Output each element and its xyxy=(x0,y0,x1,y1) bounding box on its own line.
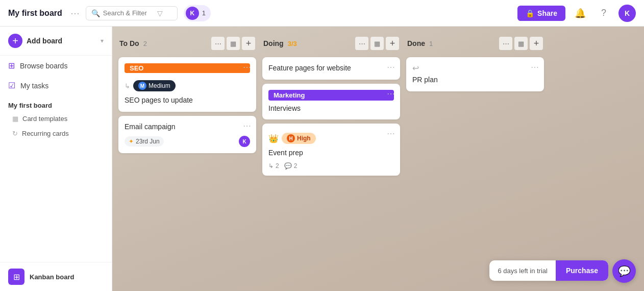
column-count-doing: 3/3 xyxy=(288,40,297,47)
m-dot: M xyxy=(138,82,146,90)
board-area: To Do 2 ⋯ ▦ + SEO ↳ M Medium xyxy=(112,27,644,291)
chat-bubble-button[interactable]: 💬 xyxy=(612,259,636,283)
trial-bar: 6 days left in trial Purchase xyxy=(489,260,608,281)
user-avatar-badge[interactable]: K 1 xyxy=(184,5,211,21)
card-tag-seo: SEO xyxy=(125,63,250,73)
card-menu-pr[interactable]: ⋯ xyxy=(531,62,539,72)
app-header: My first board ⋯ 🔍 ▽ K 1 🔒 Share 🔔 ? K xyxy=(0,0,644,27)
column-add-doing[interactable]: + xyxy=(386,37,399,50)
sidebar-item-recurring-cards[interactable]: ↻ Recurring cards xyxy=(0,126,112,141)
board-title: My first board xyxy=(8,9,62,18)
card-menu-seo[interactable]: ⋯ xyxy=(243,62,251,72)
board-columns: To Do 2 ⋯ ▦ + SEO ↳ M Medium xyxy=(112,27,644,291)
trial-text: 6 days left in trial xyxy=(489,261,556,281)
column-header-done: Done 1 ⋯ ▦ + xyxy=(406,35,544,52)
column-header-todo: To Do 2 ⋯ ▦ + xyxy=(118,35,256,52)
card-body-pr: PR plan xyxy=(412,75,538,85)
date-text: 23rd Jun xyxy=(136,138,160,145)
crown-icon: 👑 xyxy=(268,134,279,143)
card-marketing: Marketing Interviews ⋯ xyxy=(262,84,400,120)
card-menu-email[interactable]: ⋯ xyxy=(243,121,251,131)
card-body-marketing: Interviews xyxy=(268,104,394,114)
column-title-todo: To Do xyxy=(119,39,139,47)
date-badge: ✦ 23rd Jun xyxy=(125,136,164,147)
card-body-email: Email campaign xyxy=(125,122,250,132)
current-user-avatar[interactable]: K xyxy=(618,5,636,22)
column-icons-done: ⋯ ▦ + xyxy=(499,37,543,50)
column-add-todo[interactable]: + xyxy=(242,37,255,50)
subtask-count-text: 2 xyxy=(276,162,279,169)
card-event: 👑 H High Event prep ↳ 2 💬 xyxy=(262,124,400,176)
subtask-count: ↳ 2 xyxy=(268,162,279,169)
column-add-done[interactable]: + xyxy=(530,37,543,50)
card-body-event: Event prep xyxy=(268,148,394,158)
add-board-label: Add board xyxy=(27,37,62,45)
main-layout: + Add board ▾ ⊞ Browse boards ☑ My tasks… xyxy=(0,27,644,291)
user-count: 1 xyxy=(202,9,206,17)
column-title-done: Done xyxy=(407,39,425,47)
subtask-icon: ↳ xyxy=(125,82,130,90)
card-body-seo: SEO pages to update xyxy=(125,95,250,106)
sidebar-item-card-templates[interactable]: ▦ Card templates xyxy=(0,111,112,126)
column-done: Done 1 ⋯ ▦ + ↩ PR plan ⋯ xyxy=(406,35,544,283)
column-view-done[interactable]: ▦ xyxy=(514,37,528,50)
column-view-doing[interactable]: ▦ xyxy=(370,37,384,50)
kanban-board-item[interactable]: ⊞ Kanban board xyxy=(0,262,112,291)
lock-icon: 🔒 xyxy=(526,9,534,17)
share-button[interactable]: 🔒 Share xyxy=(517,6,565,21)
card-tag-marketing: Marketing xyxy=(268,90,394,101)
column-view-todo[interactable]: ▦ xyxy=(227,37,240,50)
add-board-button[interactable]: + Add board ▾ xyxy=(0,27,112,56)
card-menu-marketing[interactable]: ⋯ xyxy=(387,89,395,99)
column-header-doing: Doing 3/3 ⋯ ▦ + xyxy=(262,35,400,52)
card-templates-icon: ▦ xyxy=(12,115,18,123)
tasks-icon: ☑ xyxy=(8,81,15,90)
sidebar-section-title: My first board xyxy=(0,95,112,111)
column-options-done[interactable]: ⋯ xyxy=(499,37,512,50)
browse-boards-icon: ⊞ xyxy=(8,61,15,70)
notifications-button[interactable]: 🔔 xyxy=(572,5,589,22)
card-email: Email campaign ✦ 23rd Jun K ⋯ xyxy=(118,116,256,154)
badge-medium: M Medium xyxy=(133,80,176,91)
card-badges-event: 👑 H High xyxy=(268,133,394,144)
share-label: Share xyxy=(537,9,557,17)
column-options-todo[interactable]: ⋯ xyxy=(211,37,225,50)
sidebar-item-my-tasks[interactable]: ☑ My tasks xyxy=(0,76,112,95)
kanban-board-label: Kanban board xyxy=(30,273,74,281)
chat-icon: 💬 xyxy=(618,265,631,277)
purchase-button[interactable]: Purchase xyxy=(556,260,608,281)
kanban-icon: ⊞ xyxy=(8,269,24,285)
browse-boards-label: Browse boards xyxy=(20,62,67,70)
card-menu-feature[interactable]: ⋯ xyxy=(387,62,395,72)
h-dot: H xyxy=(287,134,295,142)
add-icon: + xyxy=(8,34,22,48)
recurring-cards-label: Recurring cards xyxy=(22,130,69,137)
card-menu-event[interactable]: ⋯ xyxy=(387,129,395,138)
search-icon: 🔍 xyxy=(91,9,100,17)
filter-icon[interactable]: ▽ xyxy=(157,9,163,17)
search-input[interactable] xyxy=(103,9,154,17)
card-meta-event: ↳ 2 💬 2 xyxy=(268,162,394,169)
comment-count-text: 2 xyxy=(294,162,298,169)
column-icons-todo: ⋯ ▦ + xyxy=(211,37,255,50)
recurring-cards-icon: ↻ xyxy=(12,130,18,137)
card-body-feature: Feature pages for website xyxy=(268,63,394,74)
column-title-doing: Doing xyxy=(263,39,284,47)
column-icons-doing: ⋯ ▦ + xyxy=(355,37,399,50)
help-button[interactable]: ? xyxy=(595,5,612,22)
search-bar[interactable]: 🔍 ▽ xyxy=(86,6,178,20)
user-avatar: K xyxy=(186,7,199,20)
card-feature: Feature pages for website ⋯ xyxy=(262,57,400,80)
chevron-down-icon: ▾ xyxy=(101,37,104,44)
column-count-todo: 2 xyxy=(143,40,147,47)
badge-high: H High xyxy=(282,133,316,144)
header-more-icon[interactable]: ⋯ xyxy=(70,8,80,19)
comment-count: 💬 2 xyxy=(284,162,298,169)
column-count-done: 1 xyxy=(429,40,433,47)
column-options-doing[interactable]: ⋯ xyxy=(355,37,368,50)
my-tasks-label: My tasks xyxy=(20,82,48,90)
sidebar-item-browse-boards[interactable]: ⊞ Browse boards xyxy=(0,56,112,76)
subtask-meta-icon: ↳ xyxy=(268,162,274,169)
column-doing: Doing 3/3 ⋯ ▦ + Feature pages for websit… xyxy=(262,35,400,283)
card-templates-label: Card templates xyxy=(22,115,67,123)
